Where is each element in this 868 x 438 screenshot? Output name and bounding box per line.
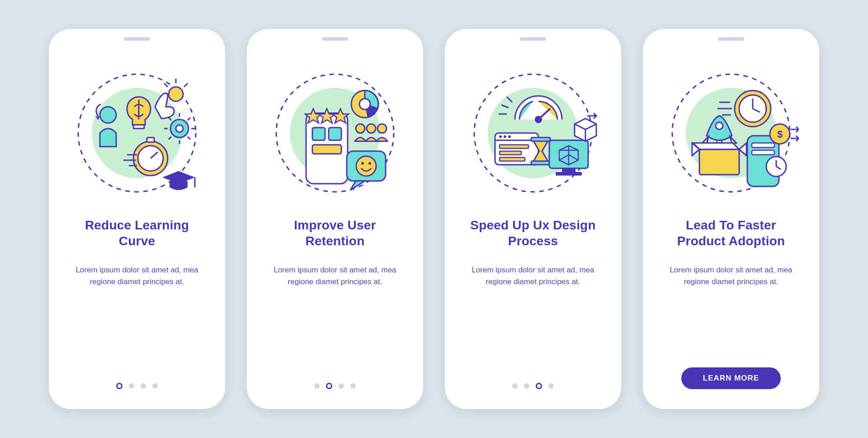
svg-point-58: [508, 135, 511, 138]
svg-point-39: [356, 124, 365, 133]
svg-point-56: [499, 135, 502, 138]
svg-rect-31: [312, 128, 325, 140]
svg-rect-89: [752, 143, 774, 148]
screen-description: Lorem ipsum dolor sit amet ad, mea regio…: [663, 264, 799, 288]
pagination-dot-2[interactable]: [524, 383, 529, 389]
phone-notch: [520, 37, 546, 41]
svg-line-16: [188, 137, 190, 139]
onboarding-screen-1: Reduce Learning Curve Lorem ipsum dolor …: [49, 29, 225, 409]
learn-more-button[interactable]: LEARN MORE: [681, 367, 781, 389]
phone-notch: [322, 37, 348, 41]
pagination-dot-4[interactable]: [548, 383, 554, 389]
pagination-dots[interactable]: [116, 383, 158, 389]
phone-notch: [124, 37, 150, 41]
screen-description: Lorem ipsum dolor sit amet ad, mea regio…: [69, 264, 205, 288]
svg-rect-32: [329, 128, 341, 140]
svg-rect-66: [556, 172, 582, 176]
pagination-dot-4[interactable]: [350, 383, 356, 389]
pagination: [445, 383, 621, 389]
svg-rect-21: [147, 138, 154, 142]
svg-point-10: [176, 125, 183, 132]
pagination-dot-4[interactable]: [152, 383, 158, 389]
svg-line-7: [184, 83, 188, 87]
svg-point-2: [100, 107, 116, 123]
svg-marker-85: [693, 143, 739, 149]
onboarding-screen-4: $ Lead To Faster Product Adoption Lorem …: [643, 29, 819, 409]
svg-rect-84: [699, 149, 739, 175]
pagination: [247, 383, 423, 389]
pagination: [49, 383, 225, 389]
svg-point-41: [377, 124, 387, 133]
screen-description: Lorem ipsum dolor sit amet ad, mea regio…: [465, 264, 601, 288]
svg-rect-63: [531, 161, 550, 165]
svg-rect-62: [531, 138, 550, 141]
product-adoption-icon: $: [663, 65, 799, 201]
svg-rect-65: [562, 168, 576, 172]
user-retention-icon: [267, 65, 403, 201]
pagination-dot-1[interactable]: [116, 383, 123, 389]
screen-title: Lead To Faster Product Adoption: [663, 217, 799, 249]
onboarding-screens-row: Reduce Learning Curve Lorem ipsum dolor …: [0, 0, 868, 438]
pagination-dots[interactable]: [512, 383, 554, 389]
onboarding-screen-3: Speed Up Ux Design Process Lorem ipsum d…: [445, 29, 621, 409]
svg-rect-4: [133, 125, 144, 129]
pagination-dot-1[interactable]: [512, 383, 518, 389]
svg-point-46: [368, 162, 371, 165]
svg-line-17: [188, 118, 190, 120]
ux-speed-icon: [465, 65, 601, 201]
svg-point-83: [716, 122, 723, 129]
pagination-dot-3[interactable]: [339, 383, 344, 389]
svg-point-45: [361, 162, 364, 165]
pagination-dot-3[interactable]: [141, 383, 146, 389]
svg-point-57: [504, 135, 506, 138]
svg-point-38: [359, 99, 370, 110]
cta-container: LEARN MORE: [643, 367, 819, 389]
pagination-dots[interactable]: [314, 383, 356, 389]
pagination-dot-3[interactable]: [536, 383, 542, 389]
pagination-dot-1[interactable]: [314, 383, 320, 389]
svg-point-44: [356, 156, 376, 176]
svg-rect-33: [312, 145, 341, 154]
onboarding-screen-2: Improve User Retention Lorem ipsum dolor…: [247, 29, 423, 409]
pagination-dot-2[interactable]: [129, 383, 134, 389]
svg-point-40: [367, 124, 376, 133]
screen-title: Improve User Retention: [267, 217, 403, 249]
svg-rect-90: [752, 150, 774, 155]
svg-rect-60: [500, 151, 521, 155]
svg-text:$: $: [777, 129, 783, 140]
svg-line-8: [164, 83, 168, 87]
screen-title: Speed Up Ux Design Process: [465, 217, 601, 249]
pagination-dot-2[interactable]: [326, 383, 332, 389]
svg-rect-59: [500, 145, 528, 148]
svg-rect-61: [500, 157, 525, 161]
learning-curve-icon: [69, 65, 205, 201]
screen-title: Reduce Learning Curve: [69, 217, 205, 249]
svg-point-5: [169, 87, 183, 101]
screen-description: Lorem ipsum dolor sit amet ad, mea regio…: [267, 264, 403, 288]
phone-notch: [718, 37, 744, 41]
